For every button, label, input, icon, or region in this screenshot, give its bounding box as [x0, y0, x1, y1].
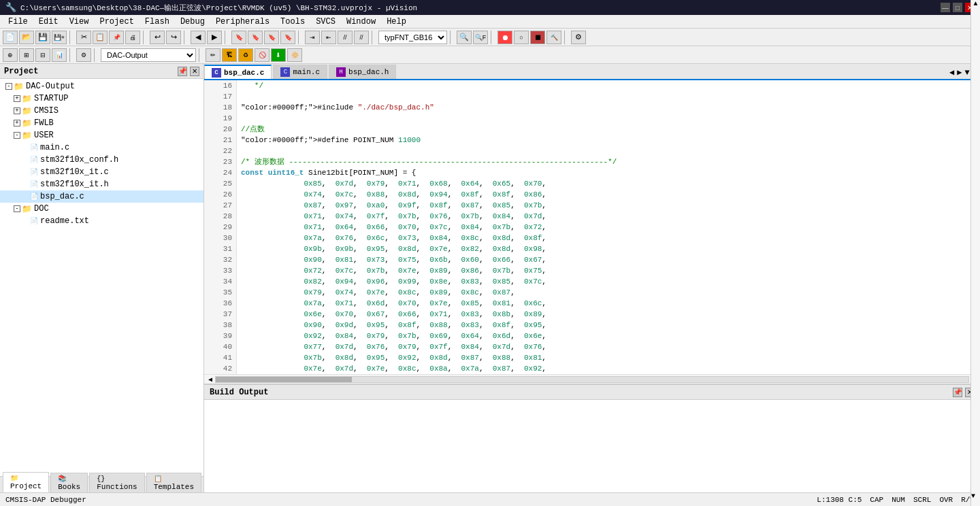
search-button[interactable]: 🔍 — [457, 31, 472, 44]
tree-item-stm32-conf[interactable]: 📄 stm32f10x_conf.h — [0, 154, 203, 166]
code-line[interactable]: const uint16_t Sine12bit[POINT_NUM] = { — [237, 167, 970, 178]
code-line[interactable] — [237, 146, 970, 156]
unindent-button[interactable]: ⇤ — [321, 31, 336, 44]
tab-scroll-right-button[interactable]: ▶ — [957, 67, 962, 78]
code-line[interactable]: "color:#0000ff;">#include "./dac/bsp_dac… — [237, 102, 970, 113]
menu-help[interactable]: Help — [381, 16, 412, 27]
tree-item-stm32-it-c[interactable]: 📄 stm32f10x_it.c — [0, 166, 203, 178]
toolbar2-icon-btn[interactable]: 🔆 — [287, 48, 302, 62]
copy-button[interactable]: 📋 — [93, 31, 108, 44]
tree-item-user[interactable]: - 📁 USER — [0, 129, 203, 141]
maximize-button[interactable]: □ — [953, 3, 962, 12]
code-line[interactable]: 0x72, 0x7c, 0x7b, 0x7e, 0x89, 0x86, 0x7b… — [237, 265, 970, 276]
build-button[interactable]: 🔨 — [546, 31, 561, 44]
menu-edit[interactable]: Edit — [33, 16, 64, 27]
minimize-button[interactable]: — — [941, 3, 950, 12]
save-button[interactable]: 💾 — [35, 31, 50, 44]
tab-books[interactable]: 📚 Books — [50, 473, 88, 492]
code-line[interactable]: 0x9b, 0x9b, 0x95, 0x8d, 0x7e, 0x82, 0x8d… — [237, 243, 970, 254]
code-line[interactable]: 0x6e, 0x70, 0x67, 0x66, 0x71, 0x83, 0x8b… — [237, 309, 970, 320]
code-content[interactable]: */ "color:#0000ff;">#include "./dac/bsp_… — [237, 80, 970, 374]
menu-tools[interactable]: Tools — [275, 16, 310, 27]
editor-tab-bsp-dac-c[interactable]: C bsp_dac.c — [204, 65, 272, 79]
nav-forward-button[interactable]: ▶ — [207, 31, 222, 44]
code-line[interactable]: 0x87, 0x97, 0xa0, 0x9f, 0x8f, 0x87, 0x85… — [237, 200, 970, 211]
code-line[interactable]: /* 波形数据 --------------------------------… — [237, 156, 970, 167]
new-file-button[interactable]: 📄 — [3, 31, 18, 44]
tree-item-startup[interactable]: + 📁 STARTUP — [0, 92, 203, 105]
comment-button[interactable]: // — [338, 31, 353, 44]
tree-expand-cmsis[interactable]: + — [14, 107, 20, 114]
tree-expand-doc[interactable]: - — [14, 205, 20, 212]
find-in-files-button[interactable]: 🔍F — [473, 31, 488, 44]
start-debug-button[interactable]: ○ — [514, 31, 529, 44]
font-dropdown[interactable]: typFNT_GB16 — [378, 31, 447, 44]
title-controls[interactable]: — □ ✕ — [941, 3, 975, 12]
code-line[interactable]: 0x82, 0x94, 0x96, 0x99, 0x8e, 0x83, 0x85… — [237, 276, 970, 287]
h-scroll-thumb[interactable] — [216, 377, 352, 382]
undo-button[interactable]: ↩ — [150, 31, 165, 44]
build-output-pin-button[interactable]: 📌 — [953, 388, 962, 397]
code-line[interactable]: 0x71, 0x74, 0x7f, 0x7b, 0x76, 0x7b, 0x84… — [237, 211, 970, 222]
open-file-button[interactable]: 📂 — [19, 31, 34, 44]
panel-close-button[interactable]: ✕ — [190, 67, 199, 76]
menu-peripherals[interactable]: Peripherals — [210, 16, 275, 27]
menu-window[interactable]: Window — [341, 16, 381, 27]
save-all-button[interactable]: 💾+ — [52, 31, 67, 44]
tab-templates[interactable]: 📋 Templates — [146, 473, 201, 492]
code-line[interactable]: 0x90, 0x81, 0x73, 0x75, 0x6b, 0x60, 0x66… — [237, 254, 970, 265]
editor-tab-main-c[interactable]: C main.c — [273, 65, 327, 79]
tab-project[interactable]: 📁 Project — [3, 472, 49, 492]
cut-button[interactable]: ✂ — [76, 31, 91, 44]
tree-expand-user[interactable]: - — [14, 132, 20, 139]
tree-item-readme[interactable]: 📄 readme.txt — [0, 215, 203, 227]
debug-button[interactable]: ⏺ — [497, 31, 512, 44]
code-line[interactable]: 0x7b, 0x8d, 0x95, 0x92, 0x8d, 0x87, 0x88… — [237, 352, 970, 363]
code-line[interactable]: 0x74, 0x7c, 0x88, 0x8d, 0x94, 0x8f, 0x8f… — [237, 189, 970, 200]
tree-item-bsp-dac-c[interactable]: 📄 bsp_dac.c — [0, 190, 203, 203]
build-target-button[interactable]: 🏗 — [222, 48, 237, 62]
code-line[interactable]: */ — [237, 80, 970, 91]
toolbar2-btn6[interactable]: ✏ — [206, 48, 220, 62]
tab-list-button[interactable]: ▼ — [965, 68, 970, 78]
bookmark4-button[interactable]: 🔖 — [280, 31, 295, 44]
nav-back-button[interactable]: ◀ — [191, 31, 206, 44]
project-dropdown[interactable]: DAC-Output — [101, 48, 196, 62]
tree-item-dac-output[interactable]: - 📁 DAC-Output — [0, 80, 203, 92]
tree-item-main-c[interactable]: 📄 main.c — [0, 141, 203, 154]
bookmark2-button[interactable]: 🔖 — [248, 31, 263, 44]
print-button[interactable]: 🖨 — [125, 31, 140, 44]
editor-tab-bsp-dac-h[interactable]: H bsp_dac.h — [329, 65, 396, 79]
bookmark-button[interactable]: 🔖 — [231, 31, 246, 44]
code-line[interactable]: 0x77, 0x7d, 0x76, 0x79, 0x7f, 0x84, 0x7d… — [237, 341, 970, 352]
download-button[interactable]: ⬇ — [271, 48, 286, 62]
build-output-scrollbar[interactable]: ▲ ▼ — [970, 64, 980, 492]
tree-expand-startup[interactable]: + — [14, 95, 20, 102]
paste-button[interactable]: 📌 — [109, 31, 124, 44]
toolbar2-btn4[interactable]: 📊 — [52, 48, 67, 62]
code-line[interactable]: 0x7a, 0x71, 0x6d, 0x70, 0x7e, 0x85, 0x81… — [237, 298, 970, 309]
bookmark3-button[interactable]: 🔖 — [264, 31, 279, 44]
tree-expand-fwlb[interactable]: + — [14, 120, 20, 126]
horizontal-scrollbar[interactable]: ◀ ▶ — [204, 374, 980, 384]
menu-svcs[interactable]: SVCS — [310, 16, 341, 27]
toolbar2-btn1[interactable]: ⊕ — [3, 48, 18, 62]
code-line[interactable]: 0x92, 0x84, 0x79, 0x7b, 0x69, 0x64, 0x6d… — [237, 331, 970, 341]
tree-item-stm32-it-h[interactable]: 📄 stm32f10x_it.h — [0, 178, 203, 190]
menu-file[interactable]: File — [3, 16, 33, 27]
toolbar2-btn2[interactable]: ⊞ — [19, 48, 34, 62]
h-scroll-track[interactable] — [215, 376, 969, 383]
tab-functions[interactable]: {} Functions — [89, 473, 144, 492]
tree-item-doc[interactable]: - 📁 DOC — [0, 203, 203, 215]
code-line[interactable] — [237, 113, 970, 124]
code-line[interactable]: "color:#0000ff;">#define POINT_NUM 11000 — [237, 135, 970, 146]
code-line[interactable]: 0x79, 0x74, 0x7e, 0x8c, 0x89, 0x8c, 0x87… — [237, 287, 970, 298]
code-line[interactable]: 0x90, 0x9d, 0x95, 0x8f, 0x88, 0x83, 0x8f… — [237, 320, 970, 331]
menu-view[interactable]: View — [64, 16, 95, 27]
toolbar2-btn3[interactable]: ⊟ — [35, 48, 50, 62]
tree-item-cmsis[interactable]: + 📁 CMSIS — [0, 105, 203, 117]
redo-button[interactable]: ↪ — [166, 31, 181, 44]
rebuild-button[interactable]: ♻ — [238, 48, 253, 62]
code-line[interactable]: 0x85, 0x7d, 0x79, 0x71, 0x68, 0x64, 0x65… — [237, 178, 970, 189]
code-line[interactable]: 0x7e, 0x7d, 0x7e, 0x8c, 0x8a, 0x7a, 0x87… — [237, 363, 970, 374]
